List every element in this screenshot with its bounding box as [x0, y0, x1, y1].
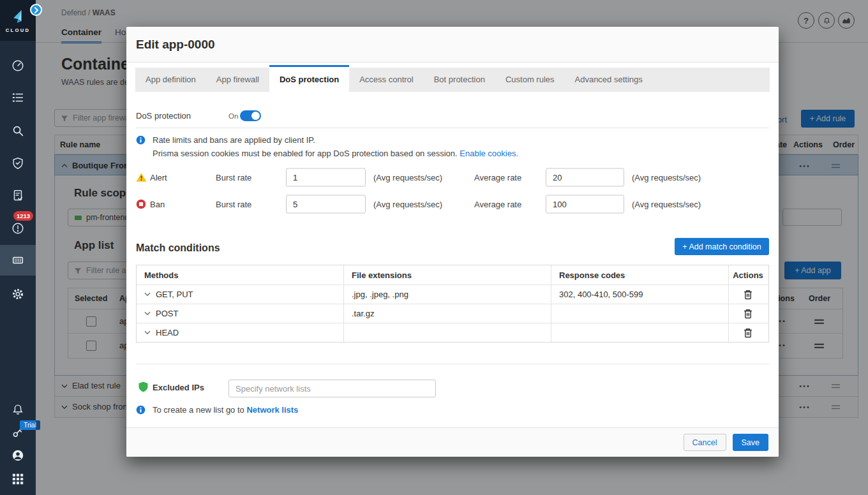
delete-match-button[interactable]: [744, 290, 752, 300]
chevron-down-icon[interactable]: [144, 311, 151, 316]
ban-burst-input[interactable]: [286, 195, 366, 213]
notifications-bell-icon[interactable]: [11, 403, 25, 417]
containers-icon[interactable]: [11, 253, 25, 267]
match-conditions-table: Methods File extensions Response codes A…: [136, 265, 769, 343]
session-cookie-info: Prisma session cookies must be enabled f…: [153, 149, 518, 158]
ban-icon: [136, 199, 146, 209]
average-caption: (Avg requests/sec): [632, 172, 701, 182]
col-response-codes: Response codes: [551, 265, 729, 284]
alert-label: Alert: [150, 172, 167, 182]
dos-protection-label: DoS protection: [136, 111, 191, 121]
trash-icon: [744, 309, 752, 319]
excluded-ips-label: Excluded IPs: [153, 383, 204, 392]
delete-match-button[interactable]: [744, 309, 752, 319]
tab-bot-protection[interactable]: Bot protection: [424, 68, 495, 92]
save-button[interactable]: Save: [733, 434, 769, 451]
burst-caption: (Avg requests/sec): [373, 199, 442, 209]
logo-text: CLOUD: [6, 27, 31, 33]
divider: [136, 128, 769, 128]
alerts-count-badge: 1213: [13, 211, 33, 221]
add-match-condition-button[interactable]: + Add match condition: [675, 238, 769, 255]
chevron-down-icon[interactable]: [144, 292, 151, 297]
edit-app-modal: Edit app-0000 App definition App firewal…: [126, 27, 779, 457]
enable-cookies-link[interactable]: Enable cookies.: [460, 149, 518, 158]
network-lists-info-text: To create a new list go to: [153, 405, 244, 415]
match-row: GET, PUT .jpg, .jpeg, .png 302, 400-410,…: [137, 284, 768, 304]
network-lists-info: To create a new list go to Network lists: [153, 405, 298, 415]
burst-rate-label: Burst rate: [216, 199, 251, 209]
modal-title: Edit app-0000: [136, 38, 215, 52]
modal-footer: Cancel Save: [126, 427, 779, 457]
trash-icon: [744, 328, 752, 338]
col-file-extensions: File extensions: [344, 265, 551, 284]
average-caption: (Avg requests/sec): [632, 199, 701, 209]
burst-rate-label: Burst rate: [216, 172, 251, 182]
match-methods: GET, PUT: [156, 290, 193, 299]
modal-header: Edit app-0000: [126, 27, 779, 63]
col-match-actions: Actions: [729, 265, 767, 284]
network-lists-link[interactable]: Network lists: [246, 405, 298, 415]
radar-list-icon[interactable]: [11, 91, 25, 105]
defend-policy-icon[interactable]: [11, 189, 25, 203]
excluded-ips-input[interactable]: [228, 380, 436, 397]
dos-protection-toggle[interactable]: [240, 110, 261, 121]
divider: [136, 364, 769, 364]
alert-rate-row: Alert Burst rate (Avg requests/sec) Aver…: [136, 168, 769, 186]
alert-average-input[interactable]: [546, 168, 624, 186]
match-row: HEAD: [137, 323, 768, 342]
match-methods: POST: [156, 309, 178, 318]
toggle-knob: [251, 112, 260, 120]
match-extensions: .tar.gz: [352, 309, 374, 318]
delete-match-button[interactable]: [744, 328, 752, 338]
tab-app-definition[interactable]: App definition: [135, 68, 206, 92]
rate-limit-info: Rate limits and bans are applied by clie…: [153, 135, 315, 145]
ban-label: Ban: [150, 199, 165, 209]
prisma-logo-icon: [10, 8, 27, 26]
compliance-shield-icon[interactable]: [11, 156, 25, 170]
burst-caption: (Avg requests/sec): [373, 172, 442, 182]
investigate-search-icon[interactable]: [11, 124, 25, 138]
user-profile-icon[interactable]: [11, 448, 25, 462]
ban-average-input[interactable]: [546, 195, 624, 213]
tab-custom-rules[interactable]: Custom rules: [495, 68, 565, 92]
cancel-button[interactable]: Cancel: [684, 434, 726, 451]
tab-advanced-settings[interactable]: Advanced settings: [565, 68, 653, 92]
average-rate-label: Average rate: [474, 172, 521, 182]
sidebar-expand-button[interactable]: [30, 4, 42, 16]
info-icon: [136, 135, 146, 145]
trash-icon: [744, 290, 752, 300]
chevron-right-icon: [34, 7, 39, 13]
modal-tabbar: App definition App firewall DoS protecti…: [135, 68, 770, 92]
alerts-icon[interactable]: [11, 221, 25, 235]
average-rate-label: Average rate: [474, 199, 521, 209]
warning-icon: [136, 172, 147, 182]
col-methods: Methods: [137, 265, 344, 284]
match-row: POST .tar.gz: [137, 304, 768, 323]
match-codes: 302, 400-410, 500-599: [559, 290, 643, 299]
match-conditions-title: Match conditions: [136, 242, 220, 254]
excluded-shield-icon: [138, 381, 148, 392]
ban-rate-row: Ban Burst rate (Avg requests/sec) Averag…: [136, 195, 769, 213]
dashboard-gauge-icon[interactable]: [11, 59, 25, 73]
tab-dos-protection[interactable]: DoS protection: [269, 65, 349, 94]
match-extensions: .jpg, .jpeg, .png: [352, 290, 408, 299]
info-icon: [136, 405, 146, 415]
chevron-down-icon[interactable]: [144, 330, 151, 335]
match-table-header: Methods File extensions Response codes A…: [137, 265, 768, 284]
tab-access-control[interactable]: Access control: [349, 68, 424, 92]
alert-burst-input[interactable]: [286, 168, 366, 186]
apps-grid-icon[interactable]: [11, 472, 25, 486]
tab-app-firewall[interactable]: App firewall: [206, 68, 269, 92]
toggle-state-label: On: [228, 112, 238, 120]
sidebar: CLOUD 1213 Trial: [0, 0, 36, 495]
session-cookie-info-text: Prisma session cookies must be enabled f…: [153, 149, 458, 158]
match-methods: HEAD: [156, 328, 179, 337]
settings-gear-icon[interactable]: [11, 287, 25, 301]
